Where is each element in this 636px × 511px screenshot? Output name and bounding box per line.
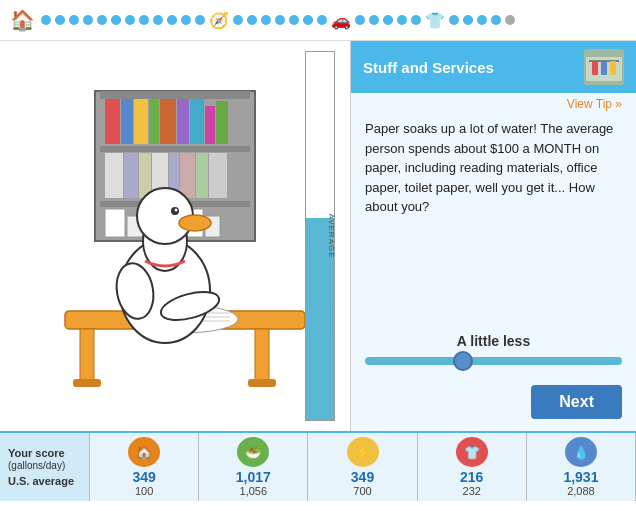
all-us-avg: 2,088 [567,485,595,497]
svg-rect-28 [80,329,94,384]
svg-rect-51 [592,61,598,75]
nav-dot [397,15,407,25]
right-footer: A little less Next [351,321,636,431]
score-label-column: Your score (gallons/day) U.S. average [0,433,90,501]
truck-icon: 🚗 [331,11,351,30]
score-bar: Your score (gallons/day) U.S. average 🏠 … [0,431,636,501]
your-score-label: Your score (gallons/day) [8,447,81,471]
nav-dot [289,15,299,25]
svg-rect-1 [100,91,250,99]
svg-rect-9 [177,99,189,144]
us-average-label: U.S. average [8,475,81,487]
nav-dot [83,15,93,25]
nav-dot [369,15,379,25]
diet-your-score: 1,017 [236,469,271,485]
energy-your-score: 349 [351,469,374,485]
energy-us-avg: 700 [353,485,371,497]
energy-category-icon: ⚡ [347,437,379,467]
nav-dot [139,15,149,25]
nav-dots: 🧭 🚗 👕 [41,11,626,30]
nav-dot [303,15,313,25]
slider-container[interactable] [351,357,636,365]
slider-thumb[interactable] [453,351,473,371]
svg-rect-14 [124,153,138,198]
svg-rect-6 [134,99,148,144]
svg-rect-19 [196,153,208,198]
nav-dot [477,15,487,25]
nav-dot [195,15,205,25]
svg-rect-31 [248,379,276,387]
svg-rect-53 [610,61,616,75]
category-home: 🏠 349 100 [90,433,199,501]
bar-meter: AVERAGE [300,51,340,421]
nav-dot [97,15,107,25]
all-category-icon: 💧 [565,437,597,467]
nav-dot [125,15,135,25]
main-content: AVERAGE Stuff and Services View Tip » [0,41,636,431]
shirt-icon: 👕 [425,11,445,30]
home-icon[interactable]: 🏠 [10,8,35,32]
svg-rect-18 [180,153,195,198]
left-panel: AVERAGE [0,41,350,431]
home-category-icon: 🏠 [128,437,160,467]
svg-rect-52 [601,61,607,75]
nav-dot [261,15,271,25]
all-your-score: 1,931 [563,469,598,485]
category-stuff: 👕 216 232 [418,433,527,501]
svg-rect-15 [139,153,151,198]
svg-point-43 [179,215,211,231]
slider-track[interactable] [365,357,622,365]
nav-dot [411,15,421,25]
svg-rect-4 [105,99,120,144]
nav-dot [449,15,459,25]
duck-illustration [35,71,315,401]
nav-dot [111,15,121,25]
bar-meter-container: AVERAGE [305,51,335,421]
nav-dot [491,15,501,25]
nav-dot [505,15,515,25]
right-panel: Stuff and Services View Tip » Paper soak… [350,41,636,431]
panel-body-text: Paper soaks up a lot of water! The avera… [351,111,636,321]
next-button[interactable]: Next [531,385,622,419]
svg-rect-20 [209,153,227,198]
panel-header: Stuff and Services [351,41,636,93]
svg-rect-29 [255,329,269,384]
svg-rect-12 [216,101,228,144]
compass-icon: 🧭 [209,11,229,30]
nav-dot [463,15,473,25]
nav-dot [233,15,243,25]
response-label: A little less [351,333,636,349]
nav-dot [167,15,177,25]
stuff-us-avg: 232 [463,485,481,497]
svg-rect-11 [205,106,215,144]
home-your-score: 349 [132,469,155,485]
category-energy: ⚡ 349 700 [308,433,417,501]
svg-rect-7 [149,99,159,144]
svg-rect-5 [121,99,133,144]
diet-us-avg: 1,056 [240,485,268,497]
nav-dot [69,15,79,25]
nav-dot [383,15,393,25]
home-us-avg: 100 [135,485,153,497]
svg-rect-8 [160,99,176,144]
top-nav: 🏠 🧭 🚗 👕 [0,0,636,41]
header-thumbnail [584,49,624,85]
nav-dot [275,15,285,25]
nav-dot [355,15,365,25]
category-all: 💧 1,931 2,088 [527,433,636,501]
view-tip-link[interactable]: View Tip » [351,93,636,111]
nav-dot [55,15,65,25]
svg-rect-10 [190,99,204,144]
svg-point-45 [175,209,178,212]
svg-rect-30 [73,379,101,387]
svg-point-42 [137,188,193,244]
nav-dot [181,15,191,25]
stuff-your-score: 216 [460,469,483,485]
svg-rect-13 [105,153,123,198]
nav-dot [317,15,327,25]
stuff-category-icon: 👕 [456,437,488,467]
bar-average-label: AVERAGE [327,213,335,258]
svg-rect-2 [100,146,250,152]
diet-category-icon: 🥗 [237,437,269,467]
panel-title: Stuff and Services [363,59,494,76]
